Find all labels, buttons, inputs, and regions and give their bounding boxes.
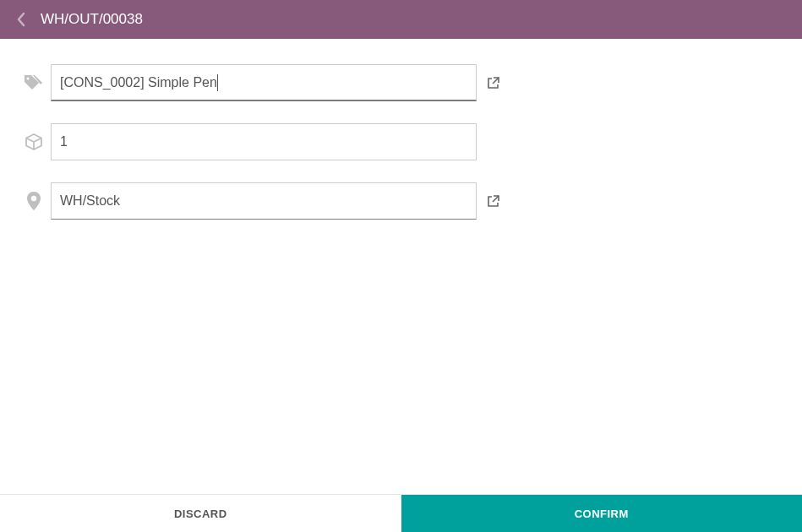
text-cursor	[217, 74, 218, 91]
quantity-row	[17, 123, 785, 160]
product-input[interactable]: [CONS_0002] Simple Pen	[51, 64, 477, 101]
cube-icon	[17, 133, 51, 151]
back-button[interactable]	[8, 7, 34, 32]
product-row: [CONS_0002] Simple Pen	[17, 64, 785, 101]
discard-button[interactable]: Discard	[0, 495, 401, 532]
svg-point-0	[27, 78, 30, 80]
app-header: WH/OUT/00038	[0, 0, 802, 39]
page-title: WH/OUT/00038	[41, 11, 143, 28]
form-content: [CONS_0002] Simple Pen WH/Stoc	[0, 39, 802, 220]
confirm-button[interactable]: Confirm	[401, 495, 803, 532]
svg-point-1	[31, 196, 36, 201]
location-input[interactable]: WH/Stock	[51, 182, 477, 220]
quantity-input[interactable]	[51, 123, 477, 160]
product-value: [CONS_0002] Simple Pen	[60, 75, 217, 90]
tags-icon	[17, 74, 51, 91]
map-marker-icon	[17, 191, 51, 211]
location-value: WH/Stock	[60, 193, 120, 209]
external-link-icon	[487, 195, 499, 208]
chevron-left-icon	[16, 12, 26, 27]
external-link-icon	[487, 77, 499, 90]
location-external-link[interactable]	[487, 195, 499, 208]
product-external-link[interactable]	[487, 77, 499, 90]
footer-bar: Discard Confirm	[0, 494, 802, 532]
location-row: WH/Stock	[17, 182, 785, 220]
